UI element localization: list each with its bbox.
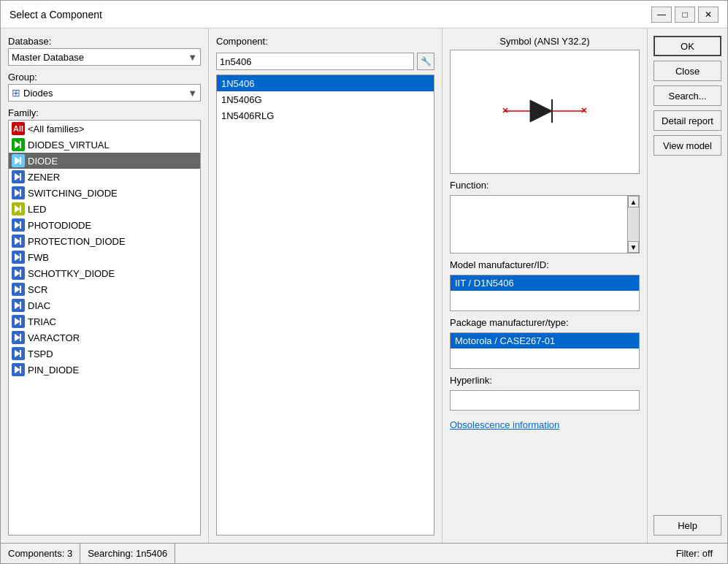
family-item-pin-diode[interactable]: PIN_DIODE bbox=[9, 362, 200, 378]
function-scrollbar[interactable]: ▲ ▼ bbox=[627, 196, 639, 253]
diode-symbol bbox=[501, 89, 589, 135]
filter-button[interactable]: 🔧 bbox=[417, 53, 434, 70]
family-icon-default bbox=[12, 331, 25, 344]
close-button[interactable]: Close bbox=[654, 61, 721, 81]
window-controls: — □ ✕ bbox=[651, 7, 719, 23]
symbol-label: Symbol (ANSI Y32.2) bbox=[450, 36, 640, 47]
family-item-zener[interactable]: ZENER bbox=[9, 169, 200, 185]
family-item-protection-diode[interactable]: PROTECTION_DIODE bbox=[9, 233, 200, 249]
svg-marker-20 bbox=[15, 302, 20, 309]
select-component-window: Select a Component — □ ✕ Database: Maste… bbox=[0, 0, 728, 564]
family-item-led[interactable]: LED bbox=[9, 201, 200, 217]
component-list: 1N54061N5406G1N5406RLG bbox=[216, 75, 434, 536]
detail-report-button[interactable]: Detail report bbox=[654, 110, 721, 131]
svg-marker-31 bbox=[530, 100, 552, 122]
family-label-zener: ZENER bbox=[28, 172, 60, 183]
svg-marker-18 bbox=[15, 286, 20, 293]
model-item-iit-d1n5406[interactable]: IIT / D1N5406 bbox=[451, 275, 639, 291]
status-searching: Searching: 1n5406 bbox=[80, 544, 175, 563]
status-components: Components: 3 bbox=[8, 544, 80, 563]
svg-marker-8 bbox=[15, 205, 20, 213]
family-icon-default bbox=[12, 299, 25, 312]
hyperlink-section: Hyperlink: bbox=[450, 375, 640, 411]
family-item-tspd[interactable]: TSPD bbox=[9, 346, 200, 362]
family-item-fwb[interactable]: FWB bbox=[9, 249, 200, 265]
package-item-motorola-case267[interactable]: Motorola / CASE267-01 bbox=[451, 333, 639, 348]
filter-icon: 🔧 bbox=[421, 56, 432, 66]
svg-marker-16 bbox=[15, 270, 20, 277]
family-item-diode[interactable]: DIODE bbox=[9, 153, 200, 169]
function-section: Function: ▲ ▼ bbox=[450, 180, 640, 254]
hyperlink-label: Hyperlink: bbox=[450, 375, 640, 386]
database-section: Database: Master Database ▼ bbox=[8, 36, 201, 66]
family-item-schottky-diode[interactable]: SCHOTTKY_DIODE bbox=[9, 265, 200, 281]
family-section: Family: All<All families>DIODES_VIRTUALD… bbox=[8, 107, 201, 536]
family-label-fwb: FWB bbox=[28, 252, 49, 263]
family-item-all[interactable]: All<All families> bbox=[9, 121, 200, 137]
component-item-1N5406RLG[interactable]: 1N5406RLG bbox=[217, 107, 434, 123]
model-manufacturer-label: Model manufacturer/ID: bbox=[450, 259, 640, 270]
function-text bbox=[451, 196, 627, 253]
family-item-diac[interactable]: DIAC bbox=[9, 297, 200, 313]
status-bar: Components: 3 Searching: 1n5406 Filter: … bbox=[1, 543, 727, 563]
svg-marker-14 bbox=[15, 254, 20, 261]
group-combo[interactable]: ⊞ Diodes ▼ bbox=[8, 84, 201, 102]
database-label: Database: bbox=[8, 36, 201, 47]
package-manufacturer-list: Motorola / CASE267-01 bbox=[450, 332, 640, 369]
family-item-switching-diode[interactable]: SWITCHING_DIODE bbox=[9, 185, 200, 201]
right-panel: Symbol (ANSI Y32.2) bbox=[442, 28, 647, 543]
family-icon-diodes-virtual bbox=[12, 138, 25, 151]
obsolescence-link[interactable]: Obsolescence information bbox=[450, 419, 640, 430]
minimize-button[interactable]: — bbox=[651, 7, 672, 23]
family-icon-led bbox=[12, 202, 25, 216]
component-item-1N5406G[interactable]: 1N5406G bbox=[217, 91, 434, 107]
family-icon-default bbox=[12, 363, 25, 376]
button-spacer bbox=[654, 160, 721, 511]
family-icon-default bbox=[12, 315, 25, 328]
family-icon-default bbox=[12, 235, 25, 248]
family-icon-default bbox=[12, 347, 25, 360]
family-label-photodiode: PHOTODIODE bbox=[28, 220, 91, 231]
component-input[interactable] bbox=[216, 53, 414, 70]
family-label-all: <All families> bbox=[28, 123, 84, 134]
scroll-down-icon[interactable]: ▼ bbox=[628, 241, 639, 253]
package-manufacturer-section: Package manufacturer/type: Motorola / CA… bbox=[450, 317, 640, 369]
family-icon-default bbox=[12, 283, 25, 296]
family-icon-photo bbox=[12, 218, 25, 232]
family-label-diac: DIAC bbox=[28, 300, 50, 311]
component-item-1N5406[interactable]: 1N5406 bbox=[217, 75, 434, 91]
family-icon-zener bbox=[12, 170, 25, 183]
help-button[interactable]: Help bbox=[654, 515, 721, 536]
svg-marker-28 bbox=[15, 366, 20, 373]
middle-panel: Component: 🔧 1N54061N5406G1N5406RLG bbox=[209, 28, 442, 543]
ok-button[interactable]: OK bbox=[654, 36, 721, 56]
group-icon: ⊞ bbox=[12, 87, 20, 99]
svg-marker-10 bbox=[15, 221, 20, 229]
package-manufacturer-label: Package manufacturer/type: bbox=[450, 317, 640, 328]
family-item-triac[interactable]: TRIAC bbox=[9, 313, 200, 329]
family-item-diodes-virtual[interactable]: DIODES_VIRTUAL bbox=[9, 137, 200, 153]
view-model-button[interactable]: View model bbox=[654, 135, 721, 156]
close-window-button[interactable]: ✕ bbox=[698, 7, 719, 23]
window-title: Select a Component bbox=[9, 9, 102, 20]
group-arrow-icon: ▼ bbox=[188, 88, 197, 99]
search-button[interactable]: Search... bbox=[654, 85, 721, 106]
database-combo[interactable]: Master Database ▼ bbox=[8, 48, 201, 66]
maximize-button[interactable]: □ bbox=[675, 7, 695, 23]
scroll-up-icon[interactable]: ▲ bbox=[628, 196, 639, 207]
family-list: All<All families>DIODES_VIRTUALDIODEZENE… bbox=[8, 120, 201, 536]
component-row: 🔧 bbox=[216, 53, 434, 70]
svg-marker-26 bbox=[15, 350, 20, 357]
family-item-photodiode[interactable]: PHOTODIODE bbox=[9, 217, 200, 233]
family-icon-switching bbox=[12, 186, 25, 199]
family-item-scr[interactable]: SCR bbox=[9, 281, 200, 297]
hyperlink-box bbox=[450, 390, 640, 411]
family-icon-default bbox=[12, 267, 25, 280]
status-filter: Filter: off bbox=[669, 544, 720, 563]
family-icon-default bbox=[12, 251, 25, 264]
family-item-varactor[interactable]: VARACTOR bbox=[9, 329, 200, 346]
button-panel: OK Close Search... Detail report View mo… bbox=[647, 28, 727, 543]
family-label-schottky-diode: SCHOTTKY_DIODE bbox=[28, 268, 115, 279]
group-value: Diodes bbox=[23, 88, 53, 99]
family-label-protection-diode: PROTECTION_DIODE bbox=[28, 236, 126, 247]
